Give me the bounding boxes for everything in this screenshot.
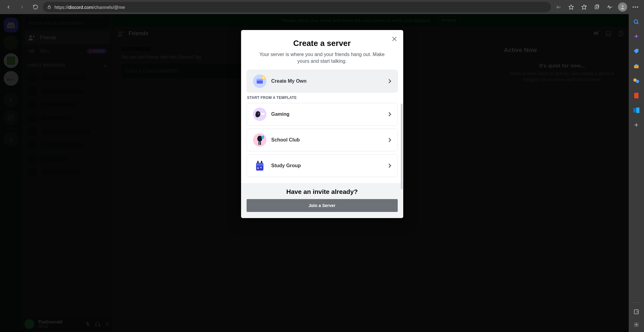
gaming-icon: [252, 107, 267, 122]
modal-subtitle: Your server is where you and your friend…: [253, 51, 391, 64]
chevron-right-icon: [388, 111, 392, 117]
star-button[interactable]: [565, 1, 577, 13]
profile-button[interactable]: [616, 1, 629, 13]
address-bar[interactable]: https://discord.com/channels/@me: [43, 2, 551, 12]
option-label: Create My Own: [271, 78, 307, 84]
join-server-button[interactable]: Join a Server: [247, 199, 398, 212]
tag-icon[interactable]: [633, 48, 640, 55]
template-school-club[interactable]: School Club: [247, 129, 398, 151]
favorites-button[interactable]: [578, 1, 590, 13]
modal-title: Create a server: [241, 39, 403, 48]
svg-marker-1: [569, 5, 574, 9]
svg-point-10: [635, 6, 636, 8]
svg-rect-57: [257, 161, 259, 163]
svg-rect-54: [262, 136, 264, 139]
browser-toolbar: https://discord.com/channels/@me A»: [0, 0, 644, 14]
chevron-right-icon: [388, 163, 392, 169]
option-label: School Club: [271, 137, 300, 143]
svg-point-8: [622, 5, 624, 7]
svg-rect-14: [634, 65, 639, 68]
edge-sidebar: [629, 14, 644, 332]
create-server-modal: Create a server Your server is where you…: [241, 30, 403, 218]
svg-rect-48: [260, 113, 265, 115]
svg-point-9: [633, 6, 634, 8]
collapse-sidebar-icon[interactable]: [633, 308, 640, 315]
svg-point-60: [260, 167, 262, 168]
school-club-icon: [252, 133, 267, 147]
forward-button[interactable]: [16, 1, 28, 13]
collections-button[interactable]: [591, 1, 603, 13]
create-own-icon: [252, 74, 267, 89]
toolbox-icon[interactable]: [633, 62, 640, 70]
chevron-right-icon: [388, 78, 392, 84]
svg-point-59: [257, 167, 259, 169]
svg-point-51: [257, 136, 262, 142]
modal-scrollbar[interactable]: [401, 104, 403, 189]
svg-point-12: [634, 20, 638, 24]
svg-point-17: [636, 80, 639, 83]
svg-rect-53: [260, 142, 261, 145]
svg-point-23: [636, 324, 637, 326]
template-study-group[interactable]: Study Group: [247, 154, 398, 177]
chevron-right-icon: [388, 137, 392, 143]
option-label: Study Group: [271, 163, 301, 168]
outlook-icon[interactable]: [633, 107, 640, 114]
svg-rect-19: [636, 108, 639, 113]
games-icon[interactable]: [633, 77, 640, 85]
svg-line-13: [637, 23, 638, 24]
lock-icon: [47, 5, 51, 9]
svg-rect-58: [261, 161, 262, 163]
settings-icon[interactable]: [633, 321, 640, 328]
url-text: https://discord.com/channels/@me: [54, 5, 125, 10]
read-aloud-button[interactable]: A»: [552, 1, 564, 13]
office-icon[interactable]: [633, 92, 640, 99]
template-header: START FROM A TEMPLATE: [247, 96, 398, 100]
template-gaming[interactable]: Gaming: [247, 103, 398, 126]
svg-rect-15: [635, 64, 638, 65]
study-group-icon: [252, 158, 267, 173]
sparkle-icon[interactable]: [633, 33, 640, 40]
close-button[interactable]: [391, 36, 398, 42]
svg-point-49: [258, 113, 259, 114]
refresh-button[interactable]: [29, 1, 42, 13]
more-button[interactable]: [629, 1, 642, 13]
invite-title: Have an invite already?: [247, 188, 398, 195]
svg-rect-0: [48, 7, 50, 9]
svg-point-11: [637, 6, 638, 8]
health-button[interactable]: [604, 1, 616, 13]
svg-rect-52: [259, 142, 259, 145]
svg-rect-45: [257, 79, 263, 81]
svg-rect-56: [256, 163, 263, 166]
option-label: Gaming: [271, 111, 290, 117]
add-tool-icon[interactable]: [633, 121, 640, 129]
search-icon[interactable]: [633, 18, 640, 26]
modal-footer: Have an invite already? Join a Server: [241, 183, 403, 218]
divider: [632, 302, 641, 303]
create-my-own-option[interactable]: Create My Own: [247, 70, 398, 92]
back-button[interactable]: [2, 1, 15, 13]
